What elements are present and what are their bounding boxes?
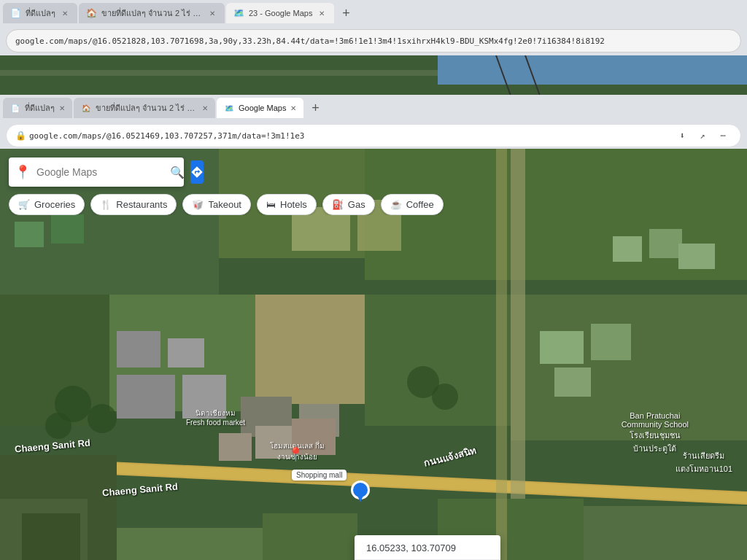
- svg-rect-24: [591, 324, 631, 360]
- svg-rect-2: [438, 55, 747, 85]
- tab1-favicon: 📄: [10, 8, 21, 18]
- shopping-mall-badge: Shopping mall: [292, 470, 347, 481]
- chip-restaurants[interactable]: 🍴 Restaurants: [90, 194, 177, 215]
- coffee-label: Coffee: [406, 199, 434, 210]
- main-tab3-label: Google Maps: [239, 104, 286, 112]
- top-browser-window: 📄 ที่ดีแปลๆ ✕ 🏠 ขายที่ดีแปลๆ จำนวน 2 ไร่…: [0, 0, 747, 95]
- share-button[interactable]: ↗: [694, 127, 711, 144]
- top-address-bar[interactable]: google.com/maps/@16.0521828,103.7071698,…: [6, 29, 741, 52]
- takeout-icon: 🥡: [192, 199, 204, 210]
- more-button[interactable]: ⋯: [714, 127, 732, 144]
- maps-search-button[interactable]: 🔍: [170, 162, 185, 182]
- svg-rect-9: [0, 295, 109, 426]
- address-bar-icons: ⬇ ↗ ⋯: [673, 127, 732, 144]
- home-store-label: นิดาเชียงหม Fresh food market: [186, 408, 245, 427]
- svg-rect-46: [219, 433, 252, 461]
- lock-icon: 🔒: [15, 131, 26, 141]
- maps-search-bar[interactable]: 📍 🔍: [9, 158, 184, 187]
- svg-point-38: [88, 404, 117, 433]
- svg-rect-33: [15, 222, 44, 247]
- main-tab2-close[interactable]: ✕: [202, 104, 208, 112]
- restaurants-label: Restaurants: [116, 199, 167, 210]
- svg-rect-43: [649, 229, 682, 258]
- svg-point-41: [432, 384, 458, 410]
- svg-rect-14: [117, 331, 160, 368]
- top-map-svg: [0, 55, 747, 95]
- gas-icon: ⛽: [332, 199, 344, 210]
- svg-rect-29: [117, 528, 263, 560]
- svg-rect-28: [22, 513, 80, 560]
- category-chips: 🛒 Groceries 🍴 Restaurants 🥡 Takeout 🛏 Ho…: [9, 194, 738, 215]
- svg-rect-16: [117, 375, 175, 419]
- main-tab-2[interactable]: 🏠 ขายที่ดีแปลๆ จำนวน 2 ไร่ 3 งาน 91... ✕: [74, 98, 215, 118]
- coffee-icon: ☕: [390, 199, 402, 210]
- top-tab-1[interactable]: 📄 ที่ดีแปลๆ ✕: [3, 3, 77, 23]
- tab2-favicon: 🏠: [86, 8, 97, 18]
- url-text: google.com/maps/@16.0521469,103.707257,3…: [29, 131, 670, 141]
- svg-point-39: [45, 413, 71, 439]
- maps-pin-icon: 📍: [15, 164, 31, 180]
- svg-rect-32: [584, 506, 747, 560]
- top-map-preview: [0, 55, 747, 95]
- main-tab1-label: ที่ดีแปลๆ: [25, 101, 55, 114]
- groceries-label: Groceries: [34, 199, 75, 210]
- map-area[interactable]: 📍 🔍 🛒 Groceries 🍴 Restaurants 🥡 Takeout: [0, 149, 747, 560]
- groceries-icon: 🛒: [18, 199, 30, 210]
- hotels-icon: 🛏: [266, 199, 276, 210]
- svg-rect-25: [554, 368, 591, 397]
- top-tab-bar: 📄 ที่ดีแปลๆ ✕ 🏠 ขายที่ดีแปลๆ จำนวน 2 ไร่…: [0, 0, 747, 26]
- main-tab-3[interactable]: 🗺️ Google Maps ✕: [217, 98, 303, 118]
- main-tab2-label: ขายที่ดีแปลๆ จำนวน 2 ไร่ 3 งาน 91...: [96, 101, 198, 114]
- svg-rect-13: [511, 295, 747, 440]
- new-tab-button[interactable]: +: [336, 3, 356, 23]
- context-menu-coordinates: 16.05233, 103.70709: [355, 535, 500, 560]
- download-button[interactable]: ⬇: [673, 127, 691, 144]
- chip-coffee[interactable]: ☕ Coffee: [381, 194, 444, 215]
- tab1-close[interactable]: ✕: [60, 8, 70, 18]
- chip-hotels[interactable]: 🛏 Hotels: [257, 194, 317, 215]
- svg-rect-42: [613, 236, 642, 262]
- top-tab-2[interactable]: 🏠 ขายที่ดีแปลๆ จำนวน 2 ไร่ 3 งาน 91... ✕: [79, 3, 225, 23]
- gas-label: Gas: [348, 199, 365, 210]
- svg-rect-44: [678, 244, 715, 269]
- svg-rect-11: [255, 295, 365, 404]
- tab1-label: ที่ดีแปลๆ: [26, 7, 55, 20]
- tab2-label: ขายที่ดีแปลๆ จำนวน 2 ไร่ 3 งาน 91...: [101, 7, 203, 20]
- main-tab-1[interactable]: 📄 ที่ดีแปลๆ ✕: [3, 98, 72, 118]
- map-marker: [353, 481, 368, 504]
- svg-rect-34: [51, 214, 84, 244]
- main-new-tab-button[interactable]: +: [305, 98, 325, 118]
- context-menu: 16.05233, 103.70709 Directions from here…: [355, 535, 500, 560]
- main-tab-bar: 📄 ที่ดีแปลๆ ✕ 🏠 ขายที่ดีแปลๆ จำนวน 2 ไร่…: [0, 95, 747, 121]
- takeout-label: Takeout: [208, 199, 241, 210]
- main-address-bar[interactable]: 🔒 google.com/maps/@16.0521469,103.707257…: [6, 124, 741, 147]
- top-url-text: google.com/maps/@16.0521828,103.7071698,…: [15, 36, 605, 46]
- tab2-close[interactable]: ✕: [207, 8, 217, 18]
- chip-groceries[interactable]: 🛒 Groceries: [9, 194, 85, 215]
- tab3-favicon: 🗺️: [233, 8, 244, 18]
- chip-gas[interactable]: ⛽ Gas: [322, 194, 375, 215]
- maps-search-input[interactable]: [36, 166, 164, 178]
- svg-rect-23: [540, 331, 584, 364]
- tab3-label: 23 - Google Maps: [249, 9, 312, 18]
- main-tab3-close[interactable]: ✕: [290, 104, 296, 112]
- maps-directions-button[interactable]: [190, 160, 204, 184]
- main-tab3-favicon: 🗺️: [224, 103, 234, 113]
- top-tab-3[interactable]: 🗺️ 23 - Google Maps ✕: [226, 3, 334, 23]
- main-tab1-favicon: 📄: [10, 103, 20, 113]
- hotels-label: Hotels: [280, 199, 307, 210]
- main-browser-window: 📄 ที่ดีแปลๆ ✕ 🏠 ขายที่ดีแปลๆ จำนวน 2 ไร่…: [0, 95, 747, 560]
- location-marker-2: 📍: [287, 446, 303, 462]
- restaurants-icon: 🍴: [100, 199, 112, 210]
- svg-rect-15: [168, 338, 204, 368]
- svg-rect-30: [263, 513, 357, 560]
- main-tab2-favicon: 🏠: [81, 103, 91, 113]
- chip-takeout[interactable]: 🥡 Takeout: [182, 194, 251, 215]
- tab3-close[interactable]: ✕: [317, 8, 327, 18]
- main-tab1-close[interactable]: ✕: [59, 104, 65, 112]
